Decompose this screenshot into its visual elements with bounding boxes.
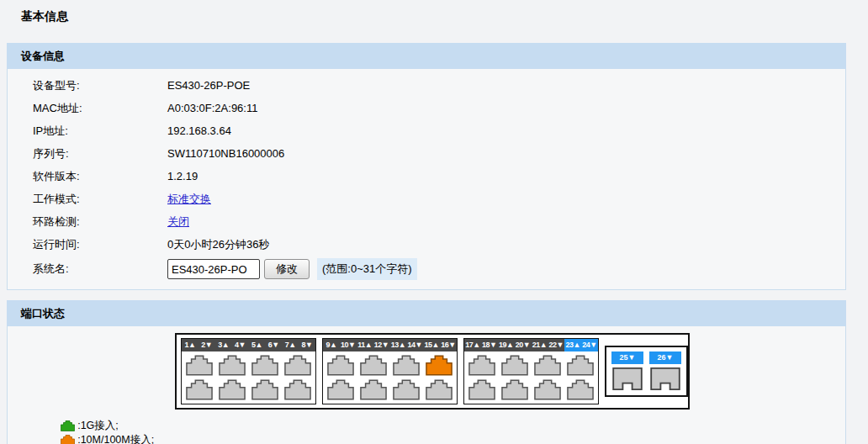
row-uptime: 运行时间: 0天0小时26分钟36秒 (8, 233, 845, 256)
port-6-rj45-icon[interactable] (251, 379, 278, 400)
port-number-label: 16▼ (440, 339, 457, 352)
legend-item-label: :1G接入; (77, 419, 119, 433)
port-22-rj45-icon[interactable] (534, 379, 561, 400)
device-info-header: 设备信息 (7, 43, 846, 69)
port-status-panel: 端口状态 1▲2▼3▲4▼5▲6▼7▲8▼9▲10▼11▲12▼13▲14▼15… (7, 300, 846, 444)
sysname-range-hint: (范围:0~31个字符) (317, 258, 417, 280)
port-number-label: 21▲ (532, 339, 548, 352)
port-number-label: 22▼ (548, 339, 564, 352)
port-number-label: 23▲ (564, 339, 581, 352)
row-ip-value: 192.168.3.64 (167, 124, 231, 137)
loopdetect-link[interactable]: 关闭 (167, 214, 189, 230)
row-firmware-label: 软件版本: (33, 169, 167, 184)
sysname-input[interactable] (167, 259, 260, 279)
port-number-label: 11▲ (357, 339, 373, 352)
port-number-label: 2▼ (198, 339, 215, 352)
port-10-rj45-icon[interactable] (327, 379, 354, 400)
port-16-rj45-icon[interactable] (426, 379, 453, 400)
port-status-header: 端口状态 (7, 300, 846, 326)
row-uptime-label: 运行时间: (33, 237, 167, 252)
workmode-link[interactable]: 标准交换 (167, 192, 211, 207)
port-group: 9▲10▼11▲12▼13▲14▼15▲16▼ (322, 338, 458, 404)
port-7-rj45-icon[interactable] (284, 355, 311, 376)
row-ip-label: IP地址: (33, 124, 167, 139)
port-group: 17▲18▼19▲20▼21▲22▼23▲24▼ (463, 338, 599, 404)
port-legend: 说明: :1G接入;:10M/100M接入;:关闭;:未连接;:端口环路;:光口… (29, 419, 845, 444)
port-14-rj45-icon[interactable] (393, 379, 420, 400)
port-19-rj45-icon[interactable] (501, 355, 528, 376)
port-11-rj45-icon[interactable] (360, 355, 387, 376)
port-number-label: 15▲ (423, 339, 440, 352)
row-serial: 序列号: SW110710NB16000006 (8, 142, 845, 165)
legend-item: :10M/100M接入; (61, 433, 154, 444)
port-group-header: 9▲10▼11▲12▼13▲14▼15▲16▼ (323, 339, 457, 352)
device-info-panel: 设备信息 设备型号: ES430-26P-POE MAC地址: A0:03:0F… (7, 43, 846, 290)
row-model-value: ES430-26P-POE (167, 79, 250, 92)
port-number-label: 10▼ (340, 339, 357, 352)
port-number-label: 8▼ (299, 339, 315, 352)
port-13-rj45-icon[interactable] (393, 355, 420, 376)
port-number-badge: 26▼ (649, 352, 681, 364)
port-group-header: 17▲18▼19▲20▼21▲22▼23▲24▼ (464, 339, 598, 352)
row-loopdetect-label: 环路检测: (33, 214, 167, 230)
port-20-rj45-icon[interactable] (501, 379, 528, 400)
port-21-rj45-icon[interactable] (534, 355, 561, 376)
port-group-header: 1▲2▼3▲4▼5▲6▼7▲8▼ (182, 339, 315, 352)
port-number-label: 13▲ (390, 339, 407, 352)
port-group: 1▲2▼3▲4▼5▲6▼7▲8▼ (181, 338, 316, 404)
port-number-label: 4▼ (232, 339, 249, 352)
port-group-grid (182, 352, 315, 404)
row-mac-value: A0:03:0F:2A:96:11 (167, 102, 257, 114)
sfp-port-group: 25▼26▼ (605, 346, 688, 397)
port-number-label: 20▼ (515, 339, 532, 352)
port-18-rj45-icon[interactable] (468, 379, 495, 400)
port-group-grid (464, 352, 598, 404)
port-number-label: 14▼ (406, 339, 423, 352)
port-number-label: 5▲ (249, 339, 266, 352)
row-model: 设备型号: ES430-26P-POE (8, 74, 845, 97)
port-number-label: 1▲ (182, 339, 198, 352)
port-number-label: 18▼ (481, 339, 498, 352)
legend-rj45-icon (61, 420, 75, 431)
legend-rj45-icon (61, 435, 75, 444)
port-4-rj45-icon[interactable] (219, 379, 246, 400)
port-number-label: 9▲ (323, 339, 340, 352)
port-8-rj45-icon[interactable] (284, 379, 311, 400)
port-number-label: 19▲ (498, 339, 515, 352)
port-3-rj45-icon[interactable] (219, 355, 246, 376)
sfp-port: 26▼ (649, 352, 681, 391)
row-loopdetect: 环路检测: 关闭 (8, 210, 845, 233)
port-12-rj45-icon[interactable] (360, 379, 387, 400)
port-1-rj45-icon[interactable] (186, 355, 213, 376)
port-17-rj45-icon[interactable] (468, 355, 495, 376)
row-workmode: 工作模式: 标准交换 (8, 188, 845, 210)
port-number-label: 24▼ (581, 339, 598, 352)
port-23-rj45-icon[interactable] (567, 355, 594, 376)
port-group-grid (323, 352, 457, 404)
port-number-label: 12▼ (373, 339, 390, 352)
row-serial-label: 序列号: (33, 146, 167, 161)
modify-button[interactable]: 修改 (264, 259, 310, 279)
sfp-port: 25▼ (611, 352, 643, 391)
row-ip: IP地址: 192.168.3.64 (8, 119, 845, 142)
row-sysname: 系统名: 修改 (范围:0~31个字符) (8, 256, 845, 283)
port-number-label: 17▲ (464, 339, 481, 352)
row-firmware-value: 1.2.19 (167, 170, 198, 182)
port-status-body: 1▲2▼3▲4▼5▲6▼7▲8▼9▲10▼11▲12▼13▲14▼15▲16▼1… (7, 326, 846, 444)
port-2-rj45-icon[interactable] (186, 379, 213, 400)
device-info-body: 设备型号: ES430-26P-POE MAC地址: A0:03:0F:2A:9… (7, 69, 846, 290)
port-26-sfp-icon[interactable] (649, 367, 681, 391)
row-uptime-value: 0天0小时26分钟36秒 (167, 237, 269, 252)
port-24-rj45-icon[interactable] (567, 379, 594, 400)
page-title: 基本信息 (0, 0, 868, 43)
port-15-rj45-icon[interactable] (426, 355, 453, 376)
port-number-badge: 25▼ (611, 352, 643, 364)
port-9-rj45-icon[interactable] (327, 355, 354, 376)
port-5-rj45-icon[interactable] (251, 355, 278, 376)
port-number-label: 6▼ (265, 339, 282, 352)
legend-items: :1G接入;:10M/100M接入;:关闭;:未连接;:端口环路;:光口;:Up… (56, 419, 154, 444)
legend-item-label: :10M/100M接入; (77, 433, 154, 444)
port-25-sfp-icon[interactable] (611, 367, 643, 391)
row-mac-label: MAC地址: (33, 101, 167, 116)
row-serial-value: SW110710NB16000006 (167, 147, 284, 160)
